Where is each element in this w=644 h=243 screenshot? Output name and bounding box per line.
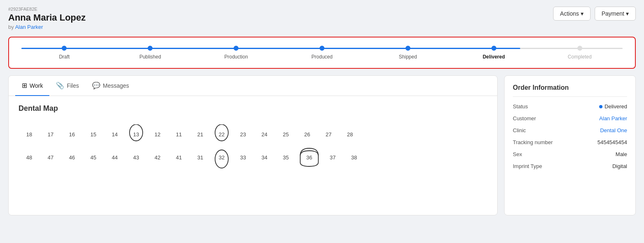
tooth-17[interactable]: 17 <box>40 125 61 143</box>
tab-work[interactable]: ⊞ Work <box>15 76 49 96</box>
info-value-tracking: 5454545454 <box>598 139 627 145</box>
tooth-27[interactable]: 27 <box>318 125 339 143</box>
header-left: #2923FAE82E Anna Maria Lopez by Alan Par… <box>8 7 86 30</box>
tooth-16[interactable]: 16 <box>61 125 83 143</box>
tooth-26[interactable]: 26 <box>297 125 318 143</box>
tooth-33[interactable]: 33 <box>232 148 254 166</box>
tooth-41[interactable]: 41 <box>168 148 190 166</box>
info-label-status: Status <box>513 103 528 110</box>
tooth-38[interactable]: 38 <box>343 148 365 166</box>
tooth-45[interactable]: 45 <box>83 148 104 166</box>
tooth-25[interactable]: 25 <box>275 125 297 143</box>
tab-files-label: Files <box>67 82 79 89</box>
right-panel: Order Information Status Delivered Custo… <box>504 75 636 215</box>
step-dot-draft <box>62 46 67 51</box>
info-value-customer[interactable]: Alan Parker <box>599 115 627 122</box>
step-shipped[interactable]: Shipped <box>365 46 451 60</box>
tab-files[interactable]: 📎 Files <box>49 76 86 96</box>
step-dot-published <box>148 46 153 51</box>
payment-chevron-icon: ▾ <box>626 10 629 17</box>
info-label-imprint: Imprint Type <box>513 163 542 169</box>
status-dot <box>599 105 602 108</box>
main-content: ⊞ Work 📎 Files 💬 Messages Dental Map <box>8 75 636 215</box>
order-id: #2923FAE82E <box>8 7 86 12</box>
step-dot-delivered <box>491 46 496 51</box>
tooth-36[interactable]: 36 <box>297 148 322 166</box>
dental-map-title: Dental Map <box>19 104 487 113</box>
tooth-44[interactable]: 44 <box>104 148 125 166</box>
info-value-sex: Male <box>616 151 627 157</box>
tooth-22[interactable]: 22 <box>211 125 232 143</box>
info-row-customer: Customer Alan Parker <box>513 115 627 122</box>
tooth-21[interactable]: 21 <box>190 125 211 143</box>
tooth-24[interactable]: 24 <box>254 125 275 143</box>
tab-messages[interactable]: 💬 Messages <box>86 76 136 96</box>
by-line: by Alan Parker <box>8 24 86 30</box>
step-published[interactable]: Published <box>107 46 193 60</box>
step-dot-produced <box>320 46 324 51</box>
info-value-imprint: Digital <box>612 163 627 169</box>
tooth-31[interactable]: 31 <box>190 148 211 166</box>
messages-icon: 💬 <box>92 82 100 89</box>
step-label-produced: Produced <box>311 54 332 60</box>
tooth-37[interactable]: 37 <box>322 148 343 166</box>
actions-chevron-icon: ▾ <box>581 10 584 17</box>
tooth-13[interactable]: 13 <box>125 125 147 143</box>
order-info-title: Order Information <box>513 84 627 97</box>
tooth-35[interactable]: 35 <box>275 148 297 166</box>
patient-name: Anna Maria Lopez <box>8 12 86 23</box>
tooth-46[interactable]: 46 <box>61 148 83 166</box>
step-label-shipped: Shipped <box>399 54 417 60</box>
actions-label: Actions <box>560 10 579 17</box>
tooth-11[interactable]: 11 <box>168 125 190 143</box>
tooth-43[interactable]: 43 <box>125 148 147 166</box>
tooth-34[interactable]: 34 <box>254 148 275 166</box>
step-completed[interactable]: Completed <box>537 46 623 60</box>
tooth-18[interactable]: 18 <box>19 125 40 143</box>
step-label-delivered: Delivered <box>483 54 505 60</box>
tooth-15[interactable]: 15 <box>83 125 104 143</box>
tab-messages-label: Messages <box>103 82 129 89</box>
step-dot-shipped <box>405 46 410 51</box>
payment-button[interactable]: Payment ▾ <box>595 7 636 21</box>
tooth-23[interactable]: 23 <box>232 125 254 143</box>
progress-steps: Draft Published Production Produced Ship… <box>21 46 623 60</box>
info-label-tracking: Tracking number <box>513 139 553 145</box>
info-value-status: Delivered <box>599 103 627 110</box>
header: #2923FAE82E Anna Maria Lopez by Alan Par… <box>8 7 636 30</box>
tooth-47[interactable]: 47 <box>40 148 61 166</box>
tooth-48[interactable]: 48 <box>19 148 40 166</box>
page-wrapper: #2923FAE82E Anna Maria Lopez by Alan Par… <box>0 0 644 243</box>
header-actions: Actions ▾ Payment ▾ <box>553 7 636 21</box>
tooth-32[interactable]: 32 <box>211 148 232 166</box>
progress-section: Draft Published Production Produced Ship… <box>8 37 636 69</box>
info-value-clinic[interactable]: Dental One <box>600 127 627 133</box>
payment-label: Payment <box>602 10 624 17</box>
tooth-42[interactable]: 42 <box>147 148 168 166</box>
tooth-12[interactable]: 12 <box>147 125 168 143</box>
info-row-tracking: Tracking number 5454545454 <box>513 139 627 145</box>
author-link[interactable]: Alan Parker <box>15 24 43 30</box>
tab-work-label: Work <box>30 82 43 89</box>
step-label-production: Production <box>224 54 248 60</box>
dental-map: Dental Map 18 17 16 15 14 13 <box>9 96 497 175</box>
info-row-sex: Sex Male <box>513 151 627 157</box>
step-draft[interactable]: Draft <box>21 46 107 60</box>
files-icon: 📎 <box>56 82 64 89</box>
tooth-14[interactable]: 14 <box>104 125 125 143</box>
info-row-status: Status Delivered <box>513 103 627 110</box>
info-label-sex: Sex <box>513 151 522 157</box>
step-delivered[interactable]: Delivered <box>451 46 537 60</box>
info-row-imprint: Imprint Type Digital <box>513 163 627 169</box>
step-production[interactable]: Production <box>193 46 279 60</box>
step-dot-production <box>234 46 239 51</box>
actions-button[interactable]: Actions ▾ <box>553 7 591 21</box>
tooth-28[interactable]: 28 <box>339 125 361 143</box>
step-label-published: Published <box>139 54 161 60</box>
work-icon: ⊞ <box>22 82 27 89</box>
by-label: by <box>8 24 14 30</box>
info-label-clinic: Clinic <box>513 127 526 133</box>
info-row-clinic: Clinic Dental One <box>513 127 627 133</box>
step-produced[interactable]: Produced <box>279 46 365 60</box>
step-label-draft: Draft <box>59 54 69 60</box>
